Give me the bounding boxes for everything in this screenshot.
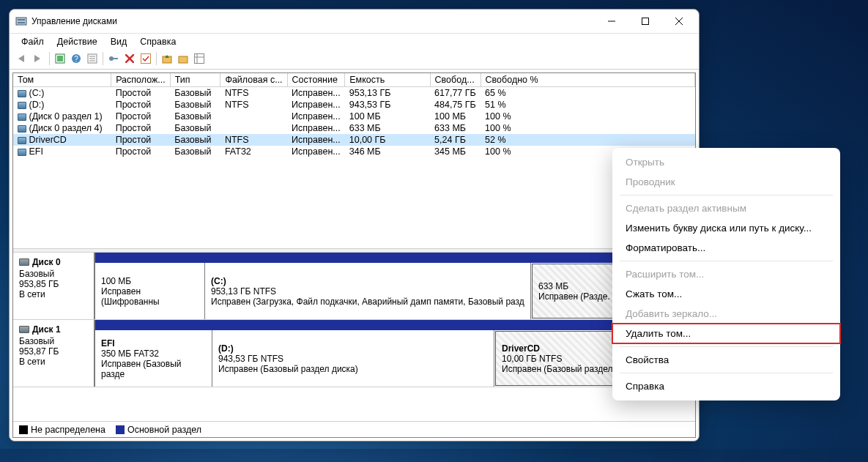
volume-icon [18, 102, 26, 109]
menubar: Файл Действие Вид Справка [10, 33, 699, 50]
titlebar[interactable]: Управление дисками [10, 10, 699, 33]
svg-text:?: ? [74, 55, 78, 63]
context-menu-item[interactable]: Свойства [612, 350, 840, 370]
table-row[interactable]: (Диск 0 раздел 1)ПростойБазовыйИсправен.… [13, 111, 695, 122]
column-header[interactable]: Тип [170, 73, 220, 87]
svg-rect-2 [18, 22, 25, 23]
maximize-button[interactable] [628, 10, 662, 33]
context-menu-item[interactable]: Удалить том... [612, 324, 840, 343]
column-header[interactable]: Файловая с... [220, 73, 287, 87]
volumes-table[interactable]: ТомРасполож...ТипФайловая с...СостояниеЕ… [13, 73, 695, 248]
svg-rect-18 [113, 58, 118, 59]
properties-button[interactable] [85, 51, 100, 66]
disk-row: Диск 1Базовый953,87 ГБВ сетиEFI350 МБ FA… [13, 320, 695, 387]
column-header[interactable]: Свобод... [430, 73, 481, 87]
context-menu-item[interactable]: Форматировать... [612, 238, 840, 258]
partition[interactable]: (C:)953,13 ГБ NTFSИсправен (Загрузка, Фа… [205, 263, 531, 319]
disk-management-window: Управление дисками Файл Действие Вид Спр… [9, 9, 700, 441]
column-header[interactable]: Располож... [111, 73, 171, 87]
folder-up-button[interactable] [160, 51, 174, 66]
column-header[interactable]: Емкость [345, 73, 430, 87]
menu-separator [620, 346, 833, 347]
context-menu-item: Открыть [612, 152, 840, 172]
table-row[interactable]: (Диск 0 раздел 4)ПростойБазовыйИсправен.… [13, 122, 695, 134]
table-row[interactable]: (D:)ПростойБазовыйNTFSИсправен...943,53 … [13, 99, 695, 111]
column-header[interactable]: Свободно % [481, 73, 694, 87]
disk-icon [19, 258, 29, 266]
check-button[interactable] [138, 51, 153, 66]
menu-view[interactable]: Вид [105, 35, 133, 48]
svg-rect-1 [18, 19, 25, 21]
context-menu-item: Проводник [612, 172, 840, 192]
partition[interactable]: (D:)943,53 ГБ NTFSИсправен (Базовый разд… [212, 330, 494, 387]
column-header[interactable]: Состояние [287, 73, 345, 87]
column-header[interactable]: Том [13, 73, 111, 87]
legend-primary: Основной раздел [127, 425, 201, 435]
disk-row: Диск 0Базовый953,85 ГБВ сети100 МБИсправ… [13, 253, 695, 320]
svg-marker-7 [18, 55, 24, 62]
window-title: Управление дисками [31, 16, 595, 26]
action-button[interactable] [106, 51, 121, 66]
svg-marker-8 [34, 55, 40, 62]
folder-button[interactable] [176, 51, 190, 66]
svg-rect-21 [141, 54, 151, 64]
menu-separator [620, 195, 833, 195]
menu-help[interactable]: Справка [134, 35, 182, 48]
svg-rect-10 [57, 56, 63, 62]
refresh-button[interactable] [53, 51, 67, 66]
forward-button[interactable] [31, 51, 46, 66]
svg-rect-24 [179, 56, 188, 63]
table-row[interactable]: DriverCDПростойБазовыйNTFSИсправен...10,… [13, 134, 695, 146]
menu-action[interactable]: Действие [51, 35, 103, 48]
disk-info[interactable]: Диск 1Базовый953,87 ГБВ сети [13, 320, 95, 387]
partition[interactable]: EFI350 МБ FAT32Исправен (Базовый разде [95, 330, 212, 387]
content-area: ТомРасполож...ТипФайловая с...СостояниеЕ… [12, 72, 696, 438]
volume-icon [18, 137, 26, 144]
table-row[interactable]: (C:)ПростойБазовыйNTFSИсправен...953,13 … [13, 87, 695, 100]
menu-separator [620, 261, 833, 261]
delete-button[interactable] [122, 51, 137, 66]
svg-rect-4 [642, 18, 649, 25]
help-button[interactable]: ? [69, 51, 84, 66]
context-menu-item: Сделать раздел активным [612, 198, 840, 218]
close-button[interactable] [662, 10, 696, 33]
back-button[interactable] [15, 51, 30, 66]
legend: Не распределена Основной раздел [13, 421, 695, 437]
context-menu-item: Расширить том... [612, 264, 840, 284]
svg-rect-0 [16, 18, 26, 25]
disk-info[interactable]: Диск 0Базовый953,85 ГБВ сети [13, 253, 95, 319]
volume-icon [18, 90, 26, 97]
context-menu-item[interactable]: Справка [612, 376, 840, 396]
volume-icon [18, 125, 26, 133]
context-menu-item[interactable]: Изменить букву диска или путь к диску... [612, 218, 840, 238]
table-row[interactable]: EFIПростойБазовыйFAT32Исправен...346 МБ3… [13, 146, 695, 157]
volume-icon [18, 113, 26, 121]
context-menu-item[interactable]: Сжать том... [612, 284, 840, 304]
svg-rect-25 [195, 54, 204, 64]
menu-separator [620, 373, 833, 373]
partition[interactable]: 100 МБИсправен (Шифрованны [95, 263, 205, 319]
disk-graphical-view[interactable]: Диск 0Базовый953,85 ГБВ сети100 МБИсправ… [13, 253, 695, 421]
app-icon [15, 15, 27, 27]
context-menu-item: Добавить зеркало... [612, 304, 840, 324]
disk-icon [19, 326, 29, 333]
taskbar[interactable] [0, 449, 868, 462]
volume-icon [18, 149, 26, 156]
list-button[interactable] [192, 51, 207, 66]
toolbar: ? [10, 50, 699, 70]
minimize-button[interactable] [595, 10, 628, 33]
context-menu[interactable]: ОткрытьПроводникСделать раздел активнымИ… [612, 148, 840, 400]
menu-file[interactable]: Файл [15, 35, 50, 48]
legend-unallocated: Не распределена [31, 425, 105, 435]
